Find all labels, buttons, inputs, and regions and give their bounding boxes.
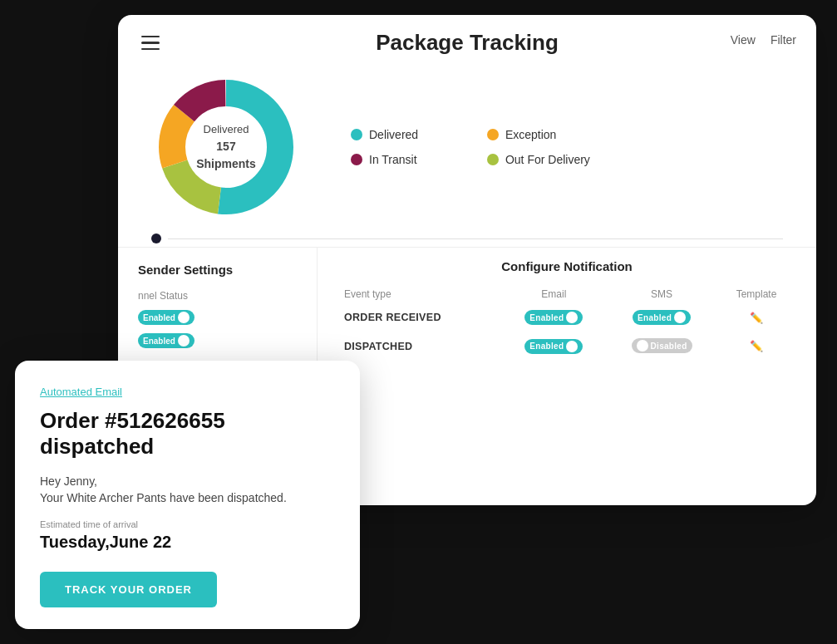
chart-section: Delivered 157 Shipments Delivered Except…: [118, 64, 816, 230]
automated-email-link[interactable]: Automated Email: [40, 386, 122, 398]
header-actions: View Filter: [731, 33, 796, 47]
sender-settings-panel: Sender Settings nnel Status Enabled Enab…: [118, 248, 318, 372]
channel-row-1: Enabled: [138, 310, 297, 325]
dispatch-message: Your White Archer Pants have been dispat…: [40, 491, 335, 504]
event-order-received: ORDER RECEIVED: [337, 303, 501, 332]
toggle-circle-2: [178, 335, 190, 347]
divider-line: [168, 238, 783, 239]
donut-chart: Delivered 157 Shipments: [151, 72, 301, 222]
channel-status-label: nnel Status: [138, 290, 297, 302]
app-title: Package Tracking: [138, 30, 796, 56]
channel-toggle-2[interactable]: Enabled: [138, 333, 194, 348]
delivered-dot: [351, 129, 362, 140]
greeting-text: Hey Jenny,: [40, 474, 335, 488]
app-header: Package Tracking View Filter: [118, 15, 816, 64]
channel-row-2: Enabled: [138, 333, 297, 348]
col-template: Template: [716, 285, 796, 303]
configure-notification-panel: Configure Notification Event type Email …: [318, 248, 816, 372]
settings-section: Sender Settings nnel Status Enabled Enab…: [118, 247, 816, 372]
configure-notification-title: Configure Notification: [337, 259, 796, 273]
sender-settings-title: Sender Settings: [138, 263, 297, 277]
legend-item-exception: Exception: [487, 128, 590, 141]
view-button[interactable]: View: [731, 33, 756, 47]
dispatched-email-toggle[interactable]: Enabled: [524, 339, 583, 354]
donut-center-label: Delivered 157 Shipments: [189, 121, 263, 173]
eta-date: Tuesday,June 22: [40, 533, 335, 552]
legend-item-delivered: Delivered: [351, 128, 454, 141]
channel-toggle-1[interactable]: Enabled: [138, 310, 194, 325]
order-title: Order #512626655 dispatched: [40, 408, 335, 460]
legend-item-out-for-delivery: Out For Delivery: [487, 153, 590, 166]
track-order-button[interactable]: TRACK YOUR ORDER: [40, 572, 217, 607]
eta-label: Estimated time of arrival: [40, 519, 335, 529]
toggle-circle-1: [178, 312, 190, 323]
email-popup-card: Automated Email Order #512626655 dispatc…: [15, 361, 360, 629]
col-event-type: Event type: [337, 285, 501, 303]
exception-dot: [487, 129, 499, 140]
in-transit-dot: [351, 154, 362, 165]
order-received-sms-toggle[interactable]: Enabled: [633, 310, 691, 325]
table-row: ORDER RECEIVED Enabled Enabled: [337, 303, 796, 332]
chart-legend: Delivered Exception In Transit Out For D…: [351, 128, 590, 166]
event-dispatched: DISPATCHED: [337, 332, 501, 361]
active-dot: [151, 234, 161, 243]
col-email: Email: [501, 285, 607, 303]
legend-item-in-transit: In Transit: [351, 153, 454, 166]
dispatched-edit-icon[interactable]: ✏️: [750, 340, 763, 352]
col-sms: SMS: [607, 285, 716, 303]
order-received-edit-icon[interactable]: ✏️: [750, 312, 763, 324]
notification-table: Event type Email SMS Template ORDER RECE…: [337, 285, 796, 361]
dispatched-sms-toggle[interactable]: Disabled: [632, 338, 692, 353]
out-for-delivery-dot: [487, 154, 499, 165]
table-row: DISPATCHED Enabled Disabled: [337, 332, 796, 361]
page-indicator: [118, 230, 816, 247]
filter-button[interactable]: Filter: [771, 33, 796, 47]
order-received-email-toggle[interactable]: Enabled: [524, 310, 583, 325]
